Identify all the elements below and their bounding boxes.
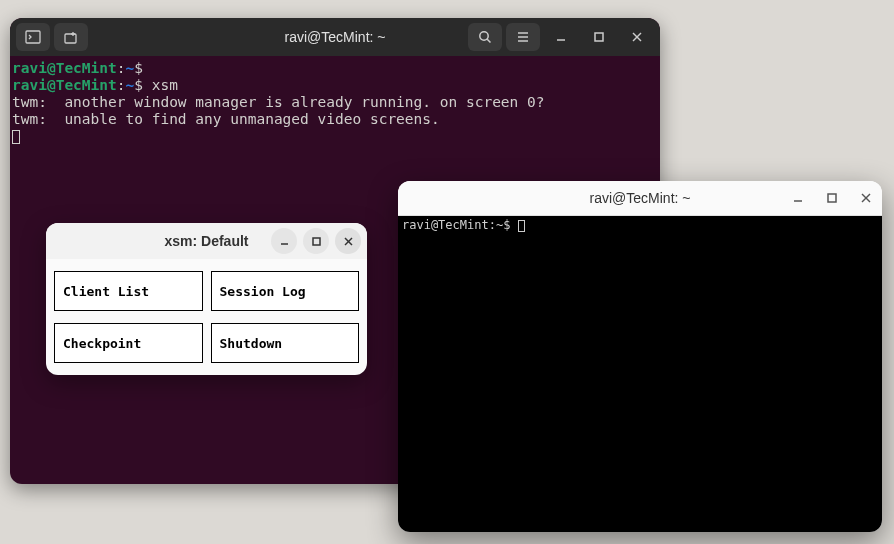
maximize-button[interactable] — [824, 190, 840, 206]
cmd-xsm: xsm — [152, 77, 178, 93]
close-button[interactable] — [858, 190, 874, 206]
minimize-button[interactable] — [790, 190, 806, 206]
titlebar[interactable]: ravi@TecMint: ~ — [398, 181, 882, 216]
terminal-content[interactable]: ravi@TecMint:~$ — [398, 216, 882, 532]
minimize-button[interactable] — [271, 228, 297, 254]
svg-rect-12 — [828, 194, 836, 202]
minimize-icon — [279, 236, 290, 247]
new-tab-button[interactable] — [16, 23, 50, 51]
maximize-icon — [592, 30, 606, 44]
xterm-window: ravi@TecMint: ~ ravi@TecMint:~$ — [398, 181, 882, 532]
svg-rect-1 — [65, 34, 76, 43]
prompt-host: TecMint — [56, 60, 117, 76]
prompt-path: ~ — [126, 60, 135, 76]
prompt-user: ravi — [12, 60, 47, 76]
svg-point-2 — [480, 32, 488, 40]
svg-rect-16 — [313, 238, 320, 245]
svg-line-3 — [487, 39, 490, 42]
tab-plus-icon — [63, 29, 79, 45]
svg-rect-0 — [26, 31, 40, 43]
maximize-button[interactable] — [303, 228, 329, 254]
output-line-1: twm: another window manager is already r… — [12, 94, 545, 110]
xsm-window: xsm: Default Client List Session Log — [46, 223, 367, 375]
maximize-button[interactable] — [582, 23, 616, 51]
client-list-button[interactable]: Client List — [54, 271, 203, 311]
hamburger-icon — [515, 29, 531, 45]
menu-button[interactable] — [506, 23, 540, 51]
cursor — [518, 220, 525, 232]
close-icon — [630, 30, 644, 44]
titlebar[interactable]: xsm: Default — [46, 223, 367, 259]
output-line-2: twm: unable to find any unmanaged video … — [12, 111, 440, 127]
prompt-line: ravi@TecMint:~$ — [402, 218, 518, 232]
close-icon — [343, 236, 354, 247]
svg-rect-8 — [595, 33, 603, 41]
session-log-button[interactable]: Session Log — [211, 271, 360, 311]
minimize-icon — [792, 192, 804, 204]
terminal-icon — [25, 29, 41, 45]
search-icon — [477, 29, 493, 45]
close-button[interactable] — [335, 228, 361, 254]
minimize-icon — [554, 30, 568, 44]
close-button[interactable] — [620, 23, 654, 51]
prompt-symbol: $ — [134, 60, 143, 76]
search-button[interactable] — [468, 23, 502, 51]
new-window-button[interactable] — [54, 23, 88, 51]
maximize-icon — [826, 192, 838, 204]
checkpoint-button[interactable]: Checkpoint — [54, 323, 203, 363]
terminal-content[interactable]: ravi@TecMint:~$ ravi@TecMint:~$ xsm twm:… — [10, 56, 660, 149]
titlebar[interactable]: ravi@TecMint: ~ — [10, 18, 660, 56]
minimize-button[interactable] — [544, 23, 578, 51]
xsm-button-grid: Client List Session Log Checkpoint Shutd… — [46, 259, 367, 375]
close-icon — [860, 192, 872, 204]
shutdown-button[interactable]: Shutdown — [211, 323, 360, 363]
cursor — [12, 130, 20, 144]
maximize-icon — [311, 236, 322, 247]
